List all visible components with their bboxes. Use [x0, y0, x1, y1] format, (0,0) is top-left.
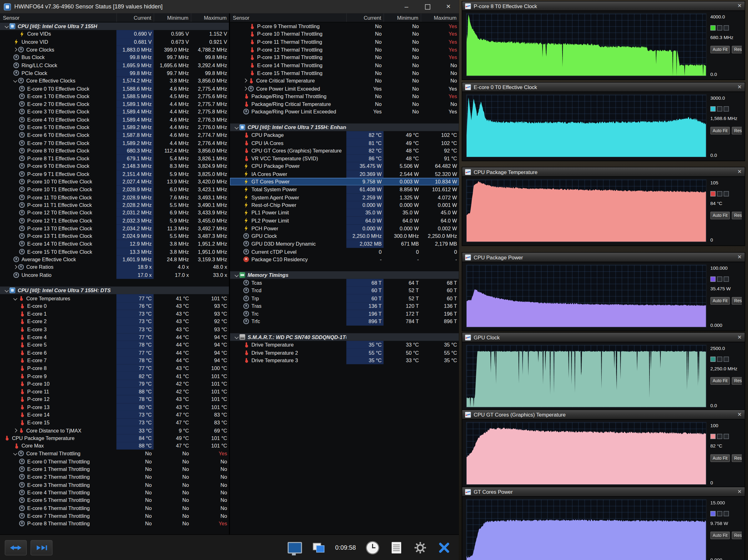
sensor-row[interactable]: Package/Ring Critical TemperatureNoNoNo: [230, 100, 459, 108]
sensor-row[interactable]: E-core 2 Thermal ThrottlingNoNoNo: [0, 473, 229, 481]
sensor-row[interactable]: E-core 0 T0 Effective Clock1,588.6 MHz4.…: [0, 85, 229, 93]
sensor-row[interactable]: Trfc896 T784 T896 T: [230, 317, 459, 325]
series-toggle-checkbox[interactable]: [717, 511, 722, 516]
sensor-row[interactable]: VR VCC Temperature (SVID)86 °C48 °C91 °C: [230, 154, 459, 162]
sensor-row[interactable]: P-core 10 Thermal ThrottlingNoNoYes: [230, 30, 459, 38]
sensor-row[interactable]: E-core 173 °C43 °C93 °C: [0, 310, 229, 318]
column-header-minimum[interactable]: Minimum: [384, 14, 421, 22]
collapse-chevron-icon[interactable]: [234, 124, 239, 130]
graph-close-icon[interactable]: [738, 412, 742, 418]
sensor-row[interactable]: Uncore VID0.681 V0.673 V0.921 V: [0, 38, 229, 46]
series-toggle-checkbox[interactable]: [717, 25, 722, 31]
sensor-row[interactable]: P-core 11 T0 Effective Clock2,028.9 MHz7…: [0, 193, 229, 201]
sensor-row[interactable]: P-core 1079 °C42 °C101 °C: [0, 380, 229, 388]
sensor-row[interactable]: P-core 13 T1 Effective Clock2,024.9 MHz5…: [0, 232, 229, 240]
sensor-row[interactable]: E-core 4 T0 Effective Clock1,589.4 MHz4.…: [0, 116, 229, 123]
auto-fit-button[interactable]: Auto Fit: [710, 46, 730, 53]
sensor-row[interactable]: E-core 6 Thermal ThrottlingNoNoNo: [0, 504, 229, 512]
sensor-row[interactable]: E-core 6 T0 Effective Clock1,587.8 MHz4.…: [0, 131, 229, 139]
settings-button[interactable]: [410, 538, 430, 557]
reset-button[interactable]: Reset: [732, 127, 742, 135]
series-toggle-checkbox[interactable]: [724, 434, 729, 439]
sensor-row[interactable]: Core Critical TemperatureNoNoNo: [230, 77, 459, 85]
sensor-row[interactable]: P-core 8 Thermal ThrottlingNoNoYes: [0, 520, 229, 528]
series-color-swatch[interactable]: [710, 191, 716, 197]
sensor-row[interactable]: E-core 578 °C44 °C94 °C: [0, 341, 229, 349]
reset-button[interactable]: Reset: [732, 297, 742, 305]
sensor-row[interactable]: Core Power Limit ExceededYesNoYes: [230, 85, 459, 93]
series-color-swatch[interactable]: [710, 357, 716, 362]
graph-titlebar[interactable]: CPU Package Temperature: [462, 167, 745, 177]
reset-button[interactable]: Reset: [732, 377, 742, 385]
series-toggle-checkbox[interactable]: [717, 357, 722, 362]
reset-button[interactable]: Reset: [732, 212, 742, 219]
collapse-chevron-icon[interactable]: [13, 295, 18, 301]
titlebar[interactable]: HWiNFO64 v7.36-4960 Sensor Status [189 v…: [0, 0, 459, 14]
collapse-chevron-icon[interactable]: [234, 272, 239, 278]
graph-close-icon[interactable]: [738, 334, 742, 340]
expand-chevron-icon[interactable]: [13, 264, 18, 270]
auto-fit-button[interactable]: Auto Fit: [710, 297, 730, 305]
sensor-row[interactable]: Drive Temperature 255 °C50 °C55 °C: [230, 349, 459, 357]
sensor-row[interactable]: E-core 273 °C43 °C92 °C: [0, 317, 229, 325]
graph-titlebar[interactable]: GPU Clock: [462, 333, 745, 342]
sensor-row[interactable]: Core Max88 °C47 °C101 °C: [0, 442, 229, 450]
series-color-swatch[interactable]: [710, 25, 716, 31]
sensor-row[interactable]: Core Thermal ThrottlingNoNoYes: [0, 450, 229, 458]
sensor-row[interactable]: E-core 1 Thermal ThrottlingNoNoNo: [0, 465, 229, 473]
sensor-row[interactable]: E-core 3 Thermal ThrottlingNoNoNo: [0, 481, 229, 488]
remote-monitoring-button[interactable]: [285, 538, 305, 557]
auto-fit-button[interactable]: Auto Fit: [710, 212, 730, 219]
sensor-row[interactable]: E-core 14 T0 Effective Clock12.9 MHz3.8 …: [0, 240, 229, 248]
section-header-row[interactable]: CPU [#0]: Intel Core Ultra 7 155H: [0, 23, 229, 30]
sensor-row[interactable]: P-core 9 Thermal ThrottlingNoNoYes: [230, 23, 459, 30]
sensor-row[interactable]: PL2 Power Limit64.0 W64.0 W64.0 W: [230, 217, 459, 224]
sensor-row[interactable]: E-core 0 Thermal ThrottlingNoNoNo: [0, 458, 229, 465]
graph-titlebar[interactable]: CPU GT Cores (Graphics) Temperature: [462, 410, 745, 420]
sensor-row[interactable]: E-core 15 T0 Effective Clock13.3 MHz3.8 …: [0, 248, 229, 255]
series-toggle-checkbox[interactable]: [717, 276, 722, 282]
sensor-row[interactable]: Bus Clock99.8 MHz99.7 MHz99.8 MHz: [0, 53, 229, 61]
minimize-button[interactable]: [396, 0, 417, 14]
series-toggle-checkbox[interactable]: [724, 276, 729, 282]
sensor-row[interactable]: E-core 7 T0 Effective Clock1,589.2 MHz4.…: [0, 139, 229, 147]
sensor-row[interactable]: GT Cores Power9.758 W0.003 W10.834 W: [230, 178, 459, 186]
sensor-row[interactable]: CPU Package82 °C49 °C102 °C: [230, 131, 459, 139]
reset-button[interactable]: Reset: [732, 46, 742, 53]
sensor-row[interactable]: P-core 1278 °C43 °C101 °C: [0, 395, 229, 403]
sensor-row[interactable]: P-core 982 °C41 °C101 °C: [0, 372, 229, 380]
series-color-swatch[interactable]: [710, 106, 716, 112]
expand-chevron-icon[interactable]: [13, 428, 18, 433]
column-header-sensor[interactable]: Sensor: [230, 15, 346, 20]
reset-button[interactable]: Reset: [732, 454, 742, 462]
series-toggle-checkbox[interactable]: [724, 191, 729, 197]
series-toggle-checkbox[interactable]: [724, 25, 729, 31]
section-header-row[interactable]: CPU [#0]: Intel Core Ultra 7 155H: DTS: [0, 287, 229, 294]
series-toggle-checkbox[interactable]: [717, 191, 722, 197]
sensor-row[interactable]: E-core 7 Thermal ThrottlingNoNoNo: [0, 512, 229, 520]
series-toggle-checkbox[interactable]: [724, 357, 729, 362]
sensor-row[interactable]: P-core 877 °C43 °C100 °C: [0, 364, 229, 372]
sensor-row[interactable]: PCH Power0.000 W0.000 W0.002 W: [230, 224, 459, 232]
sensor-row[interactable]: E-core 15 Thermal ThrottlingNoNoNo: [230, 69, 459, 77]
graph-titlebar[interactable]: E-core 0 T0 Effective Clock: [462, 82, 745, 92]
series-toggle-checkbox[interactable]: [717, 106, 722, 112]
logging-start-button[interactable]: [363, 538, 382, 557]
column-header-minimum[interactable]: Minimum: [154, 14, 191, 22]
sensor-row[interactable]: GPU Clock2,250.0 MHz300.0 MHz2,250.0 MHz: [230, 232, 459, 240]
swap-columns-button[interactable]: [5, 540, 27, 555]
series-color-swatch[interactable]: [710, 511, 716, 516]
graph-titlebar[interactable]: GT Cores Power: [462, 487, 745, 497]
sensor-row[interactable]: E-core 5 T0 Effective Clock1,589.2 MHz4.…: [0, 123, 229, 131]
section-header-row[interactable]: CPU [#0]: Intel Core Ultra 7 155H: Enhan…: [230, 123, 459, 131]
sensor-row[interactable]: P-core 10 T0 Effective Clock2,027.4 MHz1…: [0, 178, 229, 186]
column-header-maximum[interactable]: Maximum: [191, 14, 229, 22]
section-header-row[interactable]: Memory Timings: [230, 271, 459, 279]
graph-close-icon[interactable]: [738, 489, 742, 495]
sensor-row[interactable]: System Agent Power2.259 W1.325 W4.072 W: [230, 193, 459, 201]
sensor-row[interactable]: P-core 1380 °C43 °C101 °C: [0, 403, 229, 411]
maximize-button[interactable]: [417, 0, 438, 14]
graph-close-icon[interactable]: [738, 3, 742, 9]
sensor-row[interactable]: Core VIDs0.690 V0.595 V1.152 V: [0, 30, 229, 38]
sensor-row[interactable]: P-core 11 Thermal ThrottlingNoNoYes: [230, 38, 459, 46]
